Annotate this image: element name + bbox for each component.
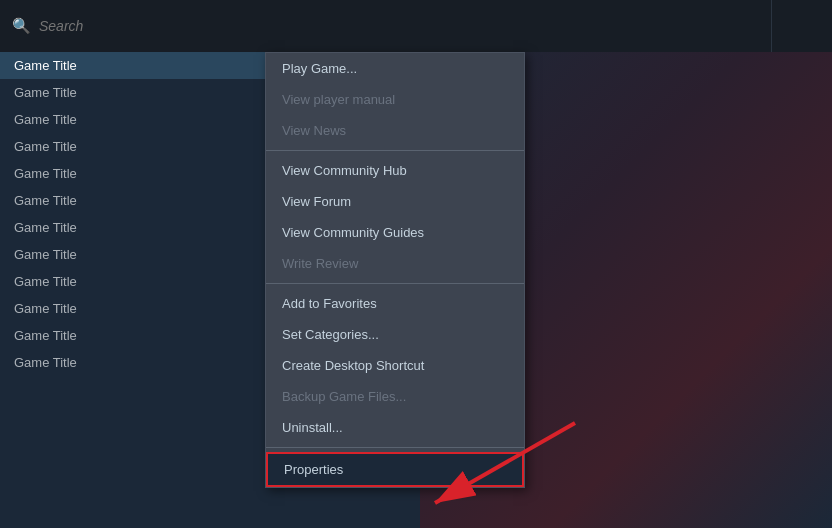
context-menu: Play Game...View player manualView NewsV… (265, 52, 525, 488)
menu-item-view-news: View News (266, 115, 524, 146)
game-list-item[interactable]: Game Title (0, 160, 265, 187)
game-list-item[interactable]: Game Title (0, 295, 265, 322)
menu-item-uninstall[interactable]: Uninstall... (266, 412, 524, 443)
menu-item-play-game[interactable]: Play Game... (266, 53, 524, 84)
menu-item-properties[interactable]: Properties (266, 452, 524, 487)
menu-divider (266, 150, 524, 151)
game-list-item[interactable]: Game Title (0, 268, 265, 295)
search-icon: 🔍 (12, 17, 31, 35)
menu-item-backup-files: Backup Game Files... (266, 381, 524, 412)
game-list-item[interactable]: Game Title (0, 79, 265, 106)
menu-item-view-manual: View player manual (266, 84, 524, 115)
menu-item-view-guides[interactable]: View Community Guides (266, 217, 524, 248)
menu-item-write-review: Write Review (266, 248, 524, 279)
game-list-item[interactable]: Game Title (0, 349, 265, 376)
menu-divider (266, 447, 524, 448)
game-list-item[interactable]: Game Title (0, 214, 265, 241)
game-list-item[interactable]: Game Title (0, 106, 265, 133)
menu-divider (266, 283, 524, 284)
game-list-item[interactable]: Game Title (0, 52, 265, 79)
game-list: Game TitleGame TitleGame TitleGame Title… (0, 52, 265, 528)
game-list-item[interactable]: Game Title (0, 187, 265, 214)
menu-item-view-community-hub[interactable]: View Community Hub (266, 155, 524, 186)
menu-item-create-shortcut[interactable]: Create Desktop Shortcut (266, 350, 524, 381)
games-tab[interactable] (772, 0, 832, 52)
header-bar: 🔍 (0, 0, 832, 52)
game-list-item[interactable]: Game Title (0, 133, 265, 160)
game-list-item[interactable]: Game Title (0, 241, 265, 268)
menu-item-view-forum[interactable]: View Forum (266, 186, 524, 217)
menu-item-add-favorites[interactable]: Add to Favorites (266, 288, 524, 319)
search-input[interactable] (39, 18, 759, 34)
search-area[interactable]: 🔍 (0, 0, 772, 52)
game-list-item[interactable]: Game Title (0, 322, 265, 349)
menu-item-set-categories[interactable]: Set Categories... (266, 319, 524, 350)
